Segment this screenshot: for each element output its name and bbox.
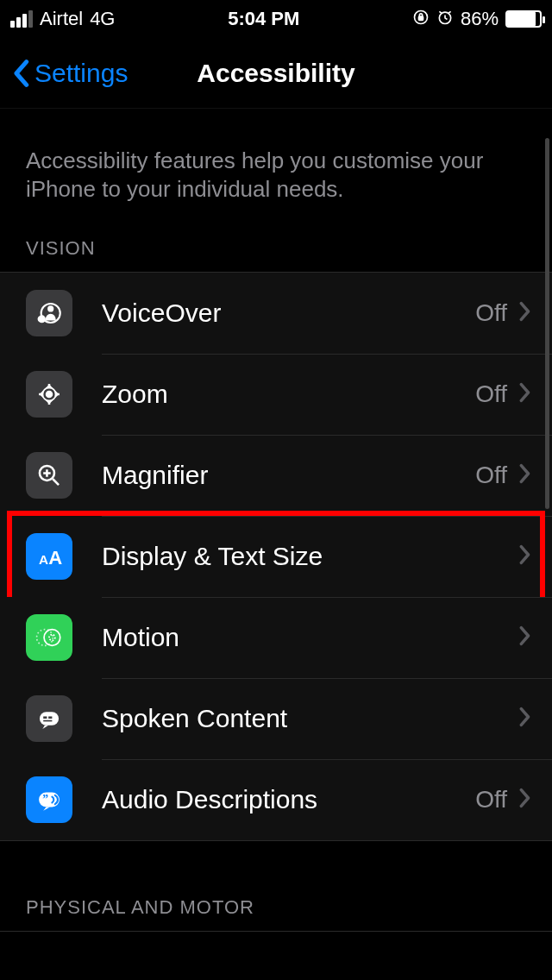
svg-point-4 [48,306,53,311]
section-header-vision: VISION [0,229,552,272]
chevron-right-icon [519,788,531,812]
row-value: Off [475,299,507,327]
row-label: Zoom [102,380,475,409]
back-label: Settings [34,59,128,88]
row-label: Display & Text Size [102,542,519,571]
svg-point-13 [37,630,53,646]
chevron-right-icon [519,301,531,325]
svg-text:A: A [48,547,62,569]
nav-bar: Settings Accessibility [0,38,552,109]
chevron-right-icon [519,707,531,731]
text-size-icon: AA [26,533,72,580]
content-scroll[interactable]: Accessibility features help you customis… [0,109,552,980]
chevron-right-icon [519,625,531,650]
spoken-content-icon [26,695,72,742]
chevron-right-icon [519,382,531,406]
alarm-icon [436,9,454,30]
chevron-right-icon [519,544,531,569]
page-title: Accessibility [197,59,354,88]
row-spoken-content[interactable]: Spoken Content [0,678,552,759]
signal-icon [10,10,33,28]
row-audio-descriptions[interactable]: ” Audio Descriptions Off [0,759,552,840]
svg-rect-1 [418,16,423,20]
section-description: Accessibility features help you customis… [0,109,552,229]
row-motion[interactable]: Motion [0,597,552,678]
row-voiceover[interactable]: VoiceOver Off [0,273,552,354]
svg-rect-15 [43,716,47,719]
row-magnifier[interactable]: Magnifier Off [0,435,552,516]
row-value: Off [475,462,507,489]
status-bar: Airtel 4G 5:04 PM 86% [0,0,552,38]
motion-icon [26,614,72,661]
battery-percent: 86% [461,8,499,30]
svg-rect-16 [48,716,52,719]
carrier-label: Airtel [40,8,83,30]
battery-icon [505,10,542,28]
audio-descriptions-icon: ” [26,776,72,823]
row-value: Off [475,786,507,814]
svg-point-11 [44,630,60,646]
svg-point-5 [39,316,45,322]
scrollbar[interactable] [545,138,549,509]
svg-rect-17 [43,720,52,722]
row-value: Off [475,380,507,408]
row-label: Motion [102,623,519,652]
magnifier-icon [26,452,72,499]
voiceover-icon [26,290,72,336]
row-zoom[interactable]: Zoom Off [0,354,552,435]
svg-text:”: ” [42,793,48,806]
row-label: Magnifier [102,461,475,490]
back-button[interactable]: Settings [12,59,128,88]
row-display-text-size[interactable]: AA Display & Text Size [0,516,552,597]
chevron-left-icon [12,59,29,88]
row-label: VoiceOver [102,298,475,328]
network-label: 4G [90,8,115,30]
row-label: Audio Descriptions [102,785,475,814]
zoom-icon [26,371,72,418]
chevron-right-icon [519,463,531,487]
section-header-physical: PHYSICAL AND MOTOR [0,888,552,931]
row-label: Spoken Content [102,704,519,733]
status-time: 5:04 PM [228,8,299,30]
svg-text:A: A [39,552,48,567]
svg-point-7 [47,392,53,398]
orientation-lock-icon [412,9,430,30]
